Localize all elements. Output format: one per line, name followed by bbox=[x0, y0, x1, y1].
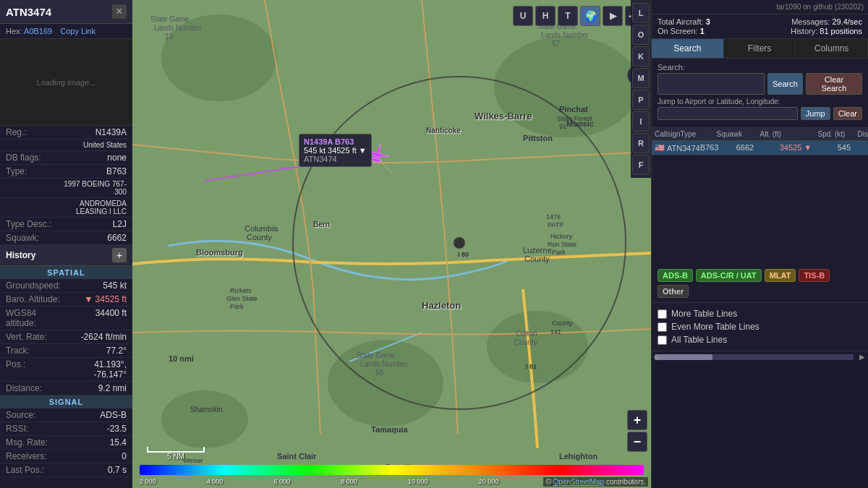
tooltip-aircraft-id: ATN3474 bbox=[304, 155, 367, 163]
jump-button[interactable]: Jump bbox=[801, 107, 830, 120]
tab-search[interactable]: Search bbox=[652, 39, 724, 58]
svg-point-7 bbox=[454, 237, 465, 249]
more-table-lines-label: More Table Lines bbox=[671, 309, 737, 319]
type-row: Type: B763 bbox=[0, 165, 132, 179]
add-history-button[interactable]: + bbox=[112, 248, 127, 262]
vert-rate-row: Vert. Rate: -2624 ft/min bbox=[0, 330, 132, 344]
side-btn-o[interactable]: O bbox=[632, 25, 650, 45]
svg-point-4 bbox=[487, 311, 588, 383]
side-btn-f[interactable]: F bbox=[632, 155, 650, 175]
squawk-row: Squawk: 6662 bbox=[0, 231, 132, 245]
side-btn-r[interactable]: R bbox=[632, 133, 650, 153]
scrollbar-thumb[interactable] bbox=[655, 354, 712, 360]
svg-text:91: 91 bbox=[559, 123, 566, 130]
tag-other[interactable]: Other bbox=[658, 285, 689, 298]
aircraft-tooltip: N1439A B763 545 kt 34525 ft ▼ ATN3474 bbox=[299, 134, 372, 167]
jump-row: Jump Clear bbox=[658, 107, 862, 120]
btn-satellite[interactable]: 🌍 bbox=[580, 6, 600, 26]
stats-right: Messages: 29.4/sec History: 81 positions bbox=[791, 17, 862, 35]
svg-text:Shamokin: Shamokin bbox=[190, 406, 222, 414]
side-btn-p[interactable]: P bbox=[632, 90, 650, 110]
map-area[interactable]: 10 nmi I 80 I 81 State Game Lands Number… bbox=[132, 0, 651, 488]
col-callsign: Callsign bbox=[655, 130, 681, 138]
source-value: ADS-B bbox=[64, 410, 127, 420]
signal-header: SIGNAL bbox=[0, 395, 132, 408]
side-btn-k[interactable]: K bbox=[632, 46, 650, 67]
callsign-cell: 🇺🇸 ATN3474 bbox=[655, 143, 700, 153]
track-row: Track: 77.2° bbox=[0, 344, 132, 358]
rssi-row: RSSI: -23.5 bbox=[0, 422, 132, 436]
dist-row: Distance: 9.2 nmi bbox=[0, 382, 132, 395]
type-full-row: 1997 BOEING 767-300 bbox=[0, 179, 132, 198]
clear-search-button[interactable]: Clear Search bbox=[806, 73, 862, 95]
table-row[interactable]: 🇺🇸 ATN3474 B763 6662 34525 ▼ 545 bbox=[652, 141, 868, 155]
vert-rate-value: -2624 ft/min bbox=[64, 332, 127, 342]
jump-input[interactable] bbox=[658, 107, 798, 120]
zoom-out-button[interactable]: − bbox=[627, 432, 647, 452]
col-squawk: Squawk bbox=[717, 130, 760, 138]
svg-text:10 nmi: 10 nmi bbox=[169, 354, 194, 363]
close-button[interactable]: × bbox=[112, 4, 127, 19]
svg-text:I 81: I 81 bbox=[526, 363, 537, 370]
reg-row: Reg.: N1439A bbox=[0, 126, 132, 140]
spd-cell: 545 bbox=[838, 143, 868, 153]
osm-link[interactable]: OpenStreetMap bbox=[553, 478, 605, 486]
tab-columns[interactable]: Columns bbox=[796, 39, 868, 58]
search-section: Search: Search Clear Search Jump to Airp… bbox=[652, 59, 868, 128]
tab-filters[interactable]: Filters bbox=[724, 39, 796, 58]
zoom-in-button[interactable]: + bbox=[627, 410, 647, 430]
table-header: Callsign Type Squawk Alt. (ft) Spd. (kt)… bbox=[652, 128, 868, 141]
svg-text:Cotton: Cotton bbox=[516, 330, 537, 338]
flag-icon: 🇺🇸 bbox=[655, 143, 665, 153]
tag-mlat[interactable]: MLAT bbox=[765, 269, 796, 282]
svg-text:Pinchat: Pinchat bbox=[559, 105, 588, 114]
scale-bar-line bbox=[147, 447, 205, 453]
tooltip-aircraft-label: N1439A B763 bbox=[304, 137, 367, 146]
svg-text:Park: Park bbox=[230, 303, 244, 310]
hex-value: A0B169 bbox=[24, 27, 52, 35]
copy-link[interactable]: Copy Link bbox=[60, 27, 95, 35]
btn-t[interactable]: T bbox=[558, 6, 578, 26]
all-table-lines-checkbox[interactable] bbox=[658, 335, 667, 345]
history-value: 81 positions bbox=[820, 27, 862, 35]
side-btn-l[interactable]: L bbox=[632, 3, 650, 23]
clear-jump-button[interactable]: Clear bbox=[833, 107, 862, 120]
wgs84-value: 34400 ft bbox=[64, 308, 127, 328]
svg-text:Lands Number: Lands Number bbox=[154, 24, 202, 32]
btn-h[interactable]: H bbox=[535, 6, 556, 26]
even-more-table-lines-option[interactable]: Even More Table Lines bbox=[658, 320, 862, 333]
tag-tisb[interactable]: TIS-B bbox=[799, 269, 830, 282]
search-input[interactable] bbox=[658, 73, 765, 95]
last-pos-value: 0.7 s bbox=[64, 465, 127, 475]
tooltip-aircraft-speed: 545 kt 34525 ft ▼ bbox=[304, 146, 367, 155]
reg-label: Reg.: bbox=[6, 127, 64, 137]
search-label: Search: bbox=[658, 63, 862, 72]
btn-arrow-right[interactable]: ▶ bbox=[603, 6, 623, 26]
tag-adsb[interactable]: ADS-B bbox=[658, 269, 693, 282]
svg-point-5 bbox=[161, 390, 248, 448]
side-btn-m[interactable]: M bbox=[632, 68, 650, 88]
col-dist: Dist. (N) bbox=[858, 130, 868, 138]
squawk-value: 6662 bbox=[64, 233, 127, 243]
svg-text:County: County bbox=[552, 320, 573, 327]
reg-value: N1439A bbox=[64, 127, 127, 137]
btn-u[interactable]: U bbox=[513, 6, 533, 26]
tag-adsc[interactable]: ADS-C/R / UAT bbox=[696, 269, 762, 282]
stats-row: Total Aircraft: 3 On Screen: 1 Messages:… bbox=[652, 14, 868, 39]
more-table-lines-checkbox[interactable] bbox=[658, 309, 667, 319]
osm-attribution: © OpenStreetMap contributors. bbox=[543, 477, 648, 487]
history-label: History: 81 positions bbox=[791, 27, 862, 35]
even-more-table-lines-checkbox[interactable] bbox=[658, 322, 667, 332]
zoom-controls: + − bbox=[627, 410, 647, 452]
scroll-arrow-left[interactable]: ◀ bbox=[653, 353, 659, 361]
svg-text:58: 58 bbox=[375, 369, 384, 377]
scroll-arrow-right[interactable]: ▶ bbox=[859, 353, 865, 361]
all-table-lines-option[interactable]: All Table Lines bbox=[658, 333, 862, 346]
table-options: More Table Lines Even More Table Lines A… bbox=[652, 303, 868, 351]
search-button[interactable]: Search bbox=[767, 73, 803, 95]
side-btn-i[interactable]: I bbox=[632, 111, 650, 132]
more-table-lines-option[interactable]: More Table Lines bbox=[658, 307, 862, 320]
messages-label: Messages: 29.4/sec bbox=[791, 17, 862, 26]
svg-text:County: County bbox=[514, 338, 537, 346]
svg-text:Glen State: Glen State bbox=[226, 295, 258, 302]
